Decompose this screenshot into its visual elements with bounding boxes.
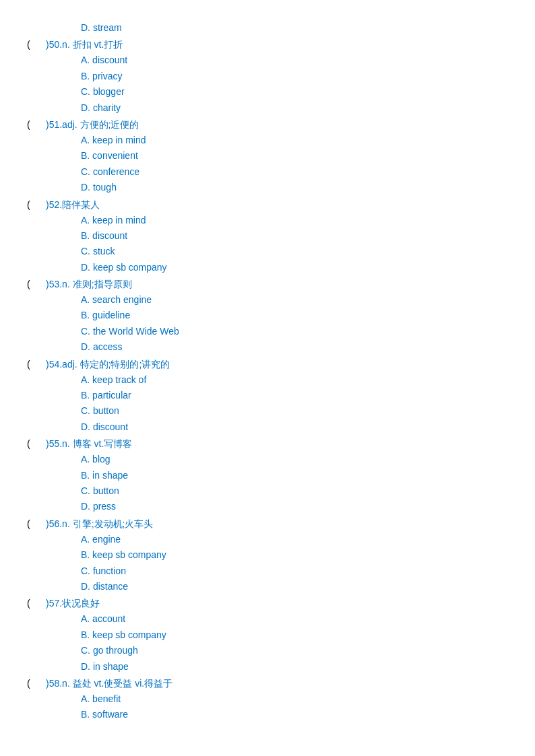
question-line-q57: ()57.状况良好: [27, 598, 508, 610]
option-q58-1: B. software: [81, 707, 508, 722]
question-line-q55: ()55.n. 博客 vt.写博客: [27, 438, 508, 450]
answer-only-d_stream: D. stream: [81, 20, 508, 35]
option-q55-3: D. press: [81, 499, 508, 514]
paren-left-q53: (: [27, 279, 40, 289]
option-q57-2: C. go through: [81, 643, 508, 658]
question-text-q52: )52.陪伴某人: [46, 199, 100, 211]
option-q51-3: D. tough: [81, 180, 508, 195]
option-q54-0: A. keep track of: [81, 372, 508, 387]
option-q53-1: B. guideline: [81, 308, 508, 322]
option-q52-3: D. keep sb company: [81, 260, 508, 275]
question-block-d_stream: D. stream: [27, 20, 508, 35]
options-q52: A. keep in mindB. discountC. stuckD. kee…: [81, 213, 508, 275]
paren-left-q50: (: [27, 39, 40, 50]
option-q56-3: D. distance: [81, 579, 508, 594]
question-block-q51: ()51.adj. 方便的;近便的A. keep in mindB. conve…: [27, 119, 508, 195]
question-line-q50: ()50.n. 折扣 vt.打折: [27, 39, 508, 51]
options-q58: A. benefitB. software: [81, 691, 508, 722]
option-q50-0: A. discount: [81, 53, 508, 67]
question-text-q58: )58.n. 益处 vt.使受益 vi.得益于: [46, 678, 172, 690]
option-q57-3: D. in shape: [81, 659, 508, 674]
option-q51-2: C. conference: [81, 164, 508, 179]
option-q55-1: B. in shape: [81, 468, 508, 483]
option-q52-2: C. stuck: [81, 244, 508, 259]
question-line-q56: ()56.n. 引擎;发动机;火车头: [27, 518, 508, 530]
option-q57-1: B. keep sb company: [81, 627, 508, 642]
question-line-q52: ()52.陪伴某人: [27, 199, 508, 211]
option-q55-2: C. button: [81, 483, 508, 498]
option-q52-0: A. keep in mind: [81, 213, 508, 228]
option-q50-2: C. blogger: [81, 84, 508, 99]
option-q56-2: C. function: [81, 563, 508, 578]
option-q50-3: D. charity: [81, 100, 508, 115]
options-q50: A. discountB. privacyC. bloggerD. charit…: [81, 53, 508, 115]
paren-left-q52: (: [27, 199, 40, 210]
question-block-q58: ()58.n. 益处 vt.使受益 vi.得益于A. benefitB. sof…: [27, 678, 508, 722]
main-content: D. stream()50.n. 折扣 vt.打折A. discountB. p…: [0, 13, 535, 733]
options-q55: A. blogB. in shapeC. buttonD. press: [81, 452, 508, 514]
option-q51-0: A. keep in mind: [81, 133, 508, 147]
option-q58-0: A. benefit: [81, 691, 508, 706]
paren-left-q54: (: [27, 359, 40, 370]
question-text-q53: )53.n. 准则;指导原则: [46, 279, 132, 291]
question-block-q54: ()54.adj. 特定的;特别的;讲究的A. keep track ofB. …: [27, 359, 508, 435]
paren-left-q51: (: [27, 119, 40, 130]
option-q53-0: A. search engine: [81, 292, 508, 307]
question-block-q52: ()52.陪伴某人A. keep in mindB. discountC. st…: [27, 199, 508, 275]
question-text-q57: )57.状况良好: [46, 598, 100, 610]
question-block-q50: ()50.n. 折扣 vt.打折A. discountB. privacyC. …: [27, 39, 508, 115]
question-block-q55: ()55.n. 博客 vt.写博客A. blogB. in shapeC. bu…: [27, 438, 508, 514]
option-q56-0: A. engine: [81, 532, 508, 547]
option-q54-2: C. button: [81, 403, 508, 418]
question-line-q58: ()58.n. 益处 vt.使受益 vi.得益于: [27, 678, 508, 690]
paren-left-q58: (: [27, 678, 40, 689]
question-text-q50: )50.n. 折扣 vt.打折: [46, 39, 123, 51]
options-q56: A. engineB. keep sb companyC. functionD.…: [81, 532, 508, 594]
option-q57-0: A. account: [81, 611, 508, 626]
question-line-q54: ()54.adj. 特定的;特别的;讲究的: [27, 359, 508, 371]
options-q53: A. search engineB. guidelineC. the World…: [81, 292, 508, 355]
paren-left-q55: (: [27, 438, 40, 449]
question-text-q56: )56.n. 引擎;发动机;火车头: [46, 518, 153, 530]
question-block-q53: ()53.n. 准则;指导原则A. search engineB. guidel…: [27, 279, 508, 355]
option-q51-1: B. convenient: [81, 148, 508, 163]
question-line-q53: ()53.n. 准则;指导原则: [27, 279, 508, 291]
option-q55-0: A. blog: [81, 452, 508, 467]
question-text-q55: )55.n. 博客 vt.写博客: [46, 438, 132, 450]
option-q54-3: D. discount: [81, 419, 508, 434]
option-q56-1: B. keep sb company: [81, 547, 508, 562]
option-q52-1: B. discount: [81, 228, 508, 243]
question-text-q51: )51.adj. 方便的;近便的: [46, 119, 139, 131]
paren-left-q57: (: [27, 598, 40, 609]
option-q53-3: D. access: [81, 339, 508, 354]
paren-left-q56: (: [27, 518, 40, 529]
options-q54: A. keep track ofB. particularC. buttonD.…: [81, 372, 508, 435]
option-q54-1: B. particular: [81, 388, 508, 403]
option-q50-1: B. privacy: [81, 69, 508, 83]
question-block-q57: ()57.状况良好A. accountB. keep sb companyC. …: [27, 598, 508, 674]
options-q57: A. accountB. keep sb companyC. go throug…: [81, 611, 508, 674]
question-line-q51: ()51.adj. 方便的;近便的: [27, 119, 508, 131]
question-text-q54: )54.adj. 特定的;特别的;讲究的: [46, 359, 170, 371]
options-q51: A. keep in mindB. convenientC. conferenc…: [81, 133, 508, 195]
option-q53-2: C. the World Wide Web: [81, 324, 508, 339]
question-block-q56: ()56.n. 引擎;发动机;火车头A. engineB. keep sb co…: [27, 518, 508, 594]
